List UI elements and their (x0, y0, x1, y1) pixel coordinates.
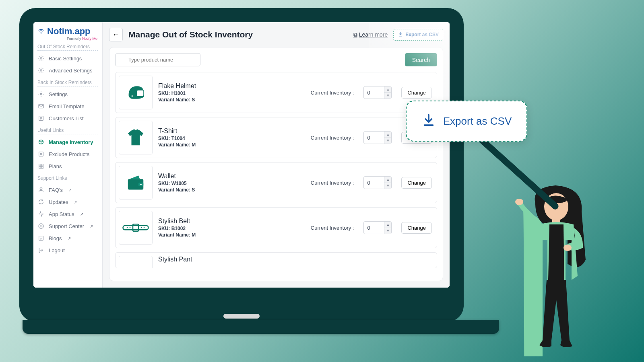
refresh-icon (37, 198, 45, 206)
sidebar-item-basic-settings[interactable]: Basic Settings (33, 52, 102, 64)
sidebar-item-manage-inventory[interactable]: Manage Inventory (33, 136, 102, 148)
step-down-button[interactable]: ▼ (384, 228, 391, 234)
product-thumbnail (119, 121, 153, 154)
product-sku: SKU: W1005 (158, 181, 305, 186)
activity-icon (37, 210, 45, 218)
step-up-button[interactable]: ▲ (384, 86, 391, 93)
svg-point-30 (564, 245, 572, 251)
svg-point-11 (40, 188, 42, 190)
inventory-icon (37, 138, 45, 146)
sidebar-item-faqs[interactable]: FAQ's ↗ (33, 184, 102, 196)
sidebar-section-back-in-stock: Back In Stock Reminders (37, 80, 98, 86)
laptop-frame: Notim.app Formerly Notify Me Out Of Stoc… (19, 8, 464, 322)
sidebar-item-blogs[interactable]: Blogs ↗ (33, 232, 102, 244)
step-down-button[interactable]: ▼ (384, 138, 391, 144)
inventory-label: Current Inventory : (311, 90, 354, 96)
gear-icon (37, 67, 45, 74)
sidebar-item-label: Blogs (49, 235, 62, 241)
sidebar-item-plans[interactable]: Plans (33, 160, 102, 172)
step-down-button[interactable]: ▼ (384, 183, 391, 189)
step-up-button[interactable]: ▲ (384, 222, 391, 228)
product-variant: Variant Name: M (158, 142, 305, 148)
sidebar-item-logout[interactable]: Logout (33, 244, 102, 256)
inventory-stepper[interactable]: 0▲▼ (363, 221, 392, 234)
svg-point-23 (127, 227, 128, 228)
svg-point-29 (515, 199, 523, 205)
grid-icon (37, 162, 45, 170)
change-button[interactable]: Change (401, 177, 432, 189)
external-link-icon: ↗ (68, 236, 71, 241)
sidebar-item-exclude-products[interactable]: Exclude Products (33, 148, 102, 160)
product-list: Flake HelmetSKU: H1001Variant Name: SCur… (115, 72, 437, 268)
app-screen: Notim.app Formerly Notify Me Out Of Stoc… (33, 22, 450, 288)
sidebar-item-label: Plans (49, 163, 62, 169)
mail-icon (37, 103, 45, 110)
product-name: Stylish Pant (158, 256, 432, 263)
export-csv-button[interactable]: Export as CSV (393, 29, 443, 41)
sidebar-item-support-center[interactable]: Support Center ↗ (33, 220, 102, 232)
product-row: Flake HelmetSKU: H1001Variant Name: SCur… (115, 72, 437, 113)
sidebar-item-label: Exclude Products (49, 151, 89, 157)
step-up-button[interactable]: ▲ (384, 132, 391, 138)
product-name: Wallet (158, 173, 305, 180)
search-row: Search (115, 53, 437, 66)
product-row: Stylish BeltSKU: B1002Variant Name: MCur… (115, 207, 437, 248)
sidebar-item-label: FAQ's (49, 187, 63, 193)
gear-icon (37, 55, 45, 62)
sidebar-item-advanced-settings[interactable]: Advanced Settings (33, 64, 102, 76)
sidebar-item-updates[interactable]: Updates ↗ (33, 196, 102, 208)
product-info: T-ShirtSKU: T1004Variant Name: M (158, 128, 305, 148)
laptop-base (23, 320, 499, 334)
product-info: WalletSKU: W1005Variant Name: S (158, 173, 305, 193)
external-link-icon: ↗ (74, 200, 77, 204)
sidebar-section-useful-links: Useful Links (37, 128, 98, 134)
inventory-value: 0 (364, 222, 384, 234)
sidebar: Notim.app Formerly Notify Me Out Of Stoc… (33, 22, 103, 288)
inventory-value: 0 (364, 177, 384, 189)
inventory-value: 0 (364, 132, 384, 144)
learn-more-link[interactable]: ⧉ Learn more (353, 31, 388, 38)
product-variant: Variant Name: M (158, 232, 305, 238)
external-link-icon: ↗ (68, 188, 72, 192)
brand-logo: Notim.app (33, 25, 102, 38)
sidebar-item-settings[interactable]: Settings (33, 88, 102, 100)
inventory-stepper[interactable]: 0▲▼ (363, 86, 392, 99)
change-button[interactable]: Change (401, 87, 432, 99)
external-link-icon: ↗ (80, 212, 83, 216)
change-button[interactable]: Change (401, 222, 432, 234)
sidebar-item-label: Customers List (49, 115, 84, 121)
learn-more-label: Learn more (359, 31, 388, 38)
sidebar-item-app-status[interactable]: App Status ↗ (33, 208, 102, 220)
inventory-stepper[interactable]: 0▲▼ (363, 131, 392, 144)
sidebar-item-email-template[interactable]: Email Template (33, 100, 102, 112)
arrow-left-icon: ← (112, 31, 120, 39)
sidebar-section-out-of-stock: Out Of Stock Reminders (37, 44, 98, 51)
sidebar-item-label: Manage Inventory (49, 139, 93, 145)
svg-point-1 (40, 58, 42, 59)
product-name: T-Shirt (158, 128, 305, 135)
product-thumbnail (119, 256, 153, 268)
search-button[interactable]: Search (405, 53, 437, 66)
svg-point-17 (132, 95, 133, 97)
step-down-button[interactable]: ▼ (384, 93, 391, 99)
product-thumbnail (119, 76, 153, 109)
external-link-icon: ↗ (90, 224, 93, 228)
svg-rect-7 (39, 164, 41, 166)
download-icon (421, 113, 436, 129)
sidebar-item-customers-list[interactable]: Customers List (33, 112, 102, 124)
page-header: ← Manage Out of Stock Inventory ⧉ Learn … (103, 22, 450, 47)
inventory-stepper[interactable]: 0▲▼ (363, 176, 392, 189)
svg-point-3 (40, 93, 42, 95)
list-icon (37, 115, 45, 122)
sidebar-item-label: Support Center (49, 223, 84, 229)
svg-rect-10 (41, 167, 43, 169)
svg-point-24 (130, 227, 131, 228)
exclude-icon (37, 150, 45, 158)
search-input[interactable] (115, 53, 200, 66)
sidebar-item-label: Settings (49, 91, 68, 97)
step-up-button[interactable]: ▲ (384, 177, 391, 183)
blog-icon (37, 234, 45, 242)
external-link-icon: ⧉ (353, 31, 357, 38)
svg-point-12 (39, 224, 43, 228)
back-button[interactable]: ← (109, 28, 123, 41)
